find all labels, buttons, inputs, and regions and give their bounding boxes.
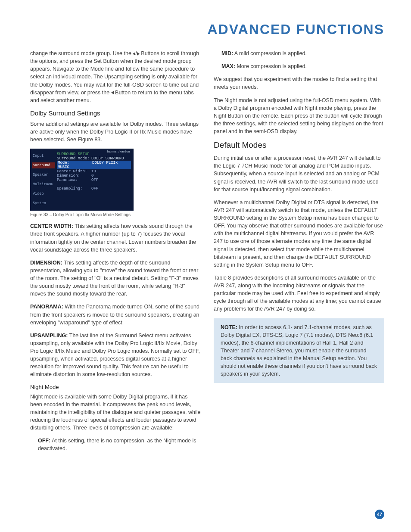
content-columns: change the surround mode group. Use the … bbox=[30, 50, 384, 457]
mid-text: A mild compression is applied. bbox=[233, 50, 307, 56]
suggest-paragraph: We suggest that you experiment with the … bbox=[214, 75, 384, 91]
center-width-paragraph: CENTER WIDTH: This setting affects how v… bbox=[30, 222, 201, 254]
upsampling-text: The last line of the Surround Select men… bbox=[30, 333, 200, 378]
mid-label: MID: bbox=[221, 50, 233, 56]
figure-tab: System bbox=[32, 200, 55, 206]
dimension-paragraph: DIMENSION: This setting affects the dept… bbox=[30, 259, 201, 298]
figure-caption: Figure 83 – Dolby Pro Logic IIx Music Mo… bbox=[30, 212, 201, 217]
figure-tabs: Input Surround Speaker Multiroom Video S… bbox=[32, 153, 55, 206]
figure-row-key: Center Width: bbox=[57, 169, 91, 174]
intro-paragraph: change the surround mode group. Use the … bbox=[30, 50, 201, 104]
upsampling-label: UPSAMPLING: bbox=[30, 333, 68, 339]
note-box: NOTE: In order to access 6.1- and 7.1-ch… bbox=[214, 318, 384, 383]
figure-row-key: Dimension: bbox=[57, 174, 91, 178]
default-p3: Table 8 provides descriptions of all sur… bbox=[214, 274, 384, 313]
dolby-surround-heading: Dolby Surround Settings bbox=[30, 109, 201, 117]
figure-row: Mode:DOLBY PLIIx MUSIC bbox=[57, 161, 131, 169]
figure-row-val: DOLBY SURROUND bbox=[91, 156, 131, 161]
off-label: OFF: bbox=[38, 438, 50, 444]
figure-row-val: OFF bbox=[91, 187, 131, 191]
figure-83: harman/kardon Input Surround Speaker Mul… bbox=[30, 149, 134, 211]
figure-tab: Video bbox=[32, 191, 55, 197]
default-p2: Whenever a multichannel Dolby Digital or… bbox=[214, 199, 384, 269]
night-adjust-paragraph: The Night mode is not adjusted using the… bbox=[214, 96, 384, 136]
page-number-badge: 47 bbox=[375, 510, 384, 519]
figure-tab: Surround bbox=[32, 162, 55, 168]
max-item: MAX: More compression is applied. bbox=[214, 62, 384, 70]
figure-row-val: OFF bbox=[91, 178, 131, 182]
figure-row-val: +3 bbox=[91, 169, 131, 174]
figure-row: Panorama:OFF bbox=[57, 178, 131, 182]
default-p1: During initial use or after a processor … bbox=[214, 154, 384, 193]
figure-row: Upsampling:OFF bbox=[57, 187, 131, 191]
figure-row-key: Surround Mode: bbox=[57, 156, 91, 161]
mid-item: MID: A mild compression is applied. bbox=[214, 50, 384, 57]
note-text: In order to access 6.1- and 7.1-channel … bbox=[221, 324, 377, 377]
page-title: ADVANCED FUNCTIONS bbox=[30, 22, 384, 37]
figure-tab: Input bbox=[32, 153, 55, 159]
figure-tab: Multiroom bbox=[32, 181, 55, 187]
max-label: MAX: bbox=[221, 63, 235, 69]
figure-row-key: Panorama: bbox=[57, 178, 91, 182]
center-width-label: CENTER WIDTH: bbox=[30, 223, 73, 229]
figure-row-key: Mode: bbox=[58, 161, 92, 165]
figure-row: Dimension:0 bbox=[57, 174, 131, 178]
dimension-label: DIMENSION: bbox=[30, 260, 62, 266]
note-label: NOTE: bbox=[221, 324, 237, 330]
upsampling-paragraph: UPSAMPLING: The last line of the Surroun… bbox=[30, 332, 201, 379]
figure-tab: Speaker bbox=[32, 172, 55, 178]
right-column: MID: A mild compression is applied. MAX:… bbox=[214, 50, 384, 457]
figure-row-key: Upsampling: bbox=[57, 187, 91, 191]
dolby-intro: Some additional settings are available f… bbox=[30, 120, 201, 143]
figure-row: Center Width:+3 bbox=[57, 169, 131, 174]
panorama-label: PANORAMA: bbox=[30, 304, 63, 310]
off-text: At this setting, there is no compression… bbox=[38, 438, 196, 451]
intro-pre: change the surround mode group. Use the bbox=[30, 50, 133, 56]
night-mode-heading: Night Mode bbox=[30, 384, 201, 390]
figure-row: Surround Mode:DOLBY SURROUND bbox=[57, 156, 131, 161]
off-item: OFF: At this setting, there is no compre… bbox=[30, 437, 201, 452]
intro-mid: Buttons to scroll through the options, a… bbox=[30, 50, 199, 96]
figure-row-val: 0 bbox=[91, 174, 131, 178]
default-modes-heading: Default Modes bbox=[214, 140, 384, 150]
max-text: More compression is applied. bbox=[235, 63, 307, 69]
left-column: change the surround mode group. Use the … bbox=[30, 50, 201, 457]
night-mode-intro: Night mode is available with some Dolby … bbox=[30, 393, 201, 432]
figure-brand: harman/kardon bbox=[107, 150, 130, 153]
panorama-paragraph: PANORAMA: With the Panorama mode turned … bbox=[30, 303, 201, 326]
left-arrow-icon bbox=[133, 52, 135, 56]
figure-panel: SURROUND SETUP Surround Mode:DOLBY SURRO… bbox=[57, 152, 131, 191]
